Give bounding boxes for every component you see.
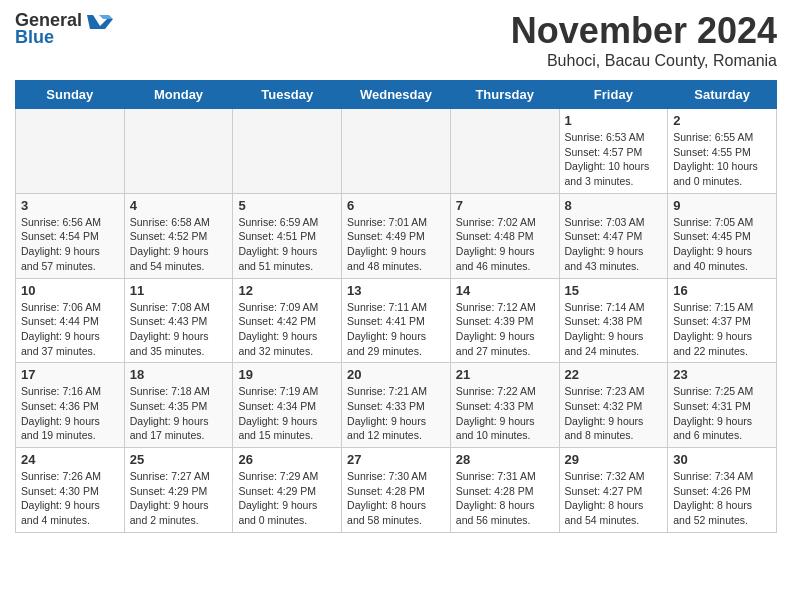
day-number: 26 (238, 452, 336, 467)
month-title: November 2024 (511, 10, 777, 52)
calendar-cell: 22Sunrise: 7:23 AMSunset: 4:32 PMDayligh… (559, 363, 668, 448)
day-number: 22 (565, 367, 663, 382)
day-info: Sunrise: 7:14 AMSunset: 4:38 PMDaylight:… (565, 300, 663, 359)
calendar-cell: 9Sunrise: 7:05 AMSunset: 4:45 PMDaylight… (668, 193, 777, 278)
day-info: Sunrise: 7:23 AMSunset: 4:32 PMDaylight:… (565, 384, 663, 443)
day-number: 24 (21, 452, 119, 467)
day-number: 16 (673, 283, 771, 298)
day-number: 19 (238, 367, 336, 382)
day-info: Sunrise: 6:56 AMSunset: 4:54 PMDaylight:… (21, 215, 119, 274)
col-header-monday: Monday (124, 81, 233, 109)
header: General Blue November 2024 Buhoci, Bacau… (15, 10, 777, 70)
calendar-cell: 16Sunrise: 7:15 AMSunset: 4:37 PMDayligh… (668, 278, 777, 363)
day-number: 30 (673, 452, 771, 467)
calendar-cell: 3Sunrise: 6:56 AMSunset: 4:54 PMDaylight… (16, 193, 125, 278)
logo: General Blue (15, 10, 115, 48)
day-number: 1 (565, 113, 663, 128)
day-info: Sunrise: 6:55 AMSunset: 4:55 PMDaylight:… (673, 130, 771, 189)
col-header-sunday: Sunday (16, 81, 125, 109)
day-number: 10 (21, 283, 119, 298)
day-number: 27 (347, 452, 445, 467)
day-info: Sunrise: 6:58 AMSunset: 4:52 PMDaylight:… (130, 215, 228, 274)
day-info: Sunrise: 7:16 AMSunset: 4:36 PMDaylight:… (21, 384, 119, 443)
calendar-cell (124, 109, 233, 194)
calendar-cell: 30Sunrise: 7:34 AMSunset: 4:26 PMDayligh… (668, 448, 777, 533)
day-info: Sunrise: 7:08 AMSunset: 4:43 PMDaylight:… (130, 300, 228, 359)
day-info: Sunrise: 7:29 AMSunset: 4:29 PMDaylight:… (238, 469, 336, 528)
day-number: 23 (673, 367, 771, 382)
col-header-thursday: Thursday (450, 81, 559, 109)
day-info: Sunrise: 7:26 AMSunset: 4:30 PMDaylight:… (21, 469, 119, 528)
calendar-cell: 1Sunrise: 6:53 AMSunset: 4:57 PMDaylight… (559, 109, 668, 194)
day-number: 7 (456, 198, 554, 213)
calendar-cell: 28Sunrise: 7:31 AMSunset: 4:28 PMDayligh… (450, 448, 559, 533)
calendar-cell: 25Sunrise: 7:27 AMSunset: 4:29 PMDayligh… (124, 448, 233, 533)
calendar-cell: 21Sunrise: 7:22 AMSunset: 4:33 PMDayligh… (450, 363, 559, 448)
day-number: 2 (673, 113, 771, 128)
calendar-cell (342, 109, 451, 194)
day-number: 28 (456, 452, 554, 467)
day-info: Sunrise: 7:34 AMSunset: 4:26 PMDaylight:… (673, 469, 771, 528)
day-info: Sunrise: 6:59 AMSunset: 4:51 PMDaylight:… (238, 215, 336, 274)
title-block: November 2024 Buhoci, Bacau County, Roma… (511, 10, 777, 70)
day-info: Sunrise: 7:03 AMSunset: 4:47 PMDaylight:… (565, 215, 663, 274)
day-number: 25 (130, 452, 228, 467)
day-number: 3 (21, 198, 119, 213)
calendar-cell: 15Sunrise: 7:14 AMSunset: 4:38 PMDayligh… (559, 278, 668, 363)
calendar-cell: 17Sunrise: 7:16 AMSunset: 4:36 PMDayligh… (16, 363, 125, 448)
day-info: Sunrise: 7:30 AMSunset: 4:28 PMDaylight:… (347, 469, 445, 528)
svg-marker-1 (99, 15, 113, 19)
day-info: Sunrise: 7:21 AMSunset: 4:33 PMDaylight:… (347, 384, 445, 443)
calendar-cell: 26Sunrise: 7:29 AMSunset: 4:29 PMDayligh… (233, 448, 342, 533)
week-row-4: 17Sunrise: 7:16 AMSunset: 4:36 PMDayligh… (16, 363, 777, 448)
day-info: Sunrise: 7:01 AMSunset: 4:49 PMDaylight:… (347, 215, 445, 274)
day-number: 8 (565, 198, 663, 213)
calendar-cell: 5Sunrise: 6:59 AMSunset: 4:51 PMDaylight… (233, 193, 342, 278)
calendar-cell: 13Sunrise: 7:11 AMSunset: 4:41 PMDayligh… (342, 278, 451, 363)
day-info: Sunrise: 7:22 AMSunset: 4:33 PMDaylight:… (456, 384, 554, 443)
day-info: Sunrise: 7:11 AMSunset: 4:41 PMDaylight:… (347, 300, 445, 359)
day-info: Sunrise: 7:05 AMSunset: 4:45 PMDaylight:… (673, 215, 771, 274)
calendar-cell (16, 109, 125, 194)
day-number: 15 (565, 283, 663, 298)
calendar-cell: 10Sunrise: 7:06 AMSunset: 4:44 PMDayligh… (16, 278, 125, 363)
col-header-wednesday: Wednesday (342, 81, 451, 109)
week-row-3: 10Sunrise: 7:06 AMSunset: 4:44 PMDayligh… (16, 278, 777, 363)
day-info: Sunrise: 7:19 AMSunset: 4:34 PMDaylight:… (238, 384, 336, 443)
calendar-table: SundayMondayTuesdayWednesdayThursdayFrid… (15, 80, 777, 533)
day-number: 11 (130, 283, 228, 298)
calendar-cell: 7Sunrise: 7:02 AMSunset: 4:48 PMDaylight… (450, 193, 559, 278)
day-number: 5 (238, 198, 336, 213)
day-info: Sunrise: 7:02 AMSunset: 4:48 PMDaylight:… (456, 215, 554, 274)
location: Buhoci, Bacau County, Romania (511, 52, 777, 70)
calendar-cell: 20Sunrise: 7:21 AMSunset: 4:33 PMDayligh… (342, 363, 451, 448)
header-row: SundayMondayTuesdayWednesdayThursdayFrid… (16, 81, 777, 109)
calendar-cell (233, 109, 342, 194)
week-row-2: 3Sunrise: 6:56 AMSunset: 4:54 PMDaylight… (16, 193, 777, 278)
logo-icon (85, 11, 115, 31)
col-header-saturday: Saturday (668, 81, 777, 109)
calendar-cell: 14Sunrise: 7:12 AMSunset: 4:39 PMDayligh… (450, 278, 559, 363)
day-info: Sunrise: 7:32 AMSunset: 4:27 PMDaylight:… (565, 469, 663, 528)
calendar-cell: 18Sunrise: 7:18 AMSunset: 4:35 PMDayligh… (124, 363, 233, 448)
day-number: 13 (347, 283, 445, 298)
day-info: Sunrise: 7:18 AMSunset: 4:35 PMDaylight:… (130, 384, 228, 443)
col-header-tuesday: Tuesday (233, 81, 342, 109)
calendar-cell: 29Sunrise: 7:32 AMSunset: 4:27 PMDayligh… (559, 448, 668, 533)
calendar-cell: 19Sunrise: 7:19 AMSunset: 4:34 PMDayligh… (233, 363, 342, 448)
calendar-cell: 4Sunrise: 6:58 AMSunset: 4:52 PMDaylight… (124, 193, 233, 278)
day-info: Sunrise: 7:12 AMSunset: 4:39 PMDaylight:… (456, 300, 554, 359)
day-info: Sunrise: 6:53 AMSunset: 4:57 PMDaylight:… (565, 130, 663, 189)
day-number: 21 (456, 367, 554, 382)
calendar-cell: 11Sunrise: 7:08 AMSunset: 4:43 PMDayligh… (124, 278, 233, 363)
calendar-cell (450, 109, 559, 194)
page-container: General Blue November 2024 Buhoci, Bacau… (0, 0, 792, 543)
day-number: 29 (565, 452, 663, 467)
day-number: 17 (21, 367, 119, 382)
calendar-cell: 12Sunrise: 7:09 AMSunset: 4:42 PMDayligh… (233, 278, 342, 363)
day-number: 14 (456, 283, 554, 298)
logo-blue: Blue (15, 27, 54, 48)
week-row-1: 1Sunrise: 6:53 AMSunset: 4:57 PMDaylight… (16, 109, 777, 194)
day-info: Sunrise: 7:31 AMSunset: 4:28 PMDaylight:… (456, 469, 554, 528)
day-number: 9 (673, 198, 771, 213)
